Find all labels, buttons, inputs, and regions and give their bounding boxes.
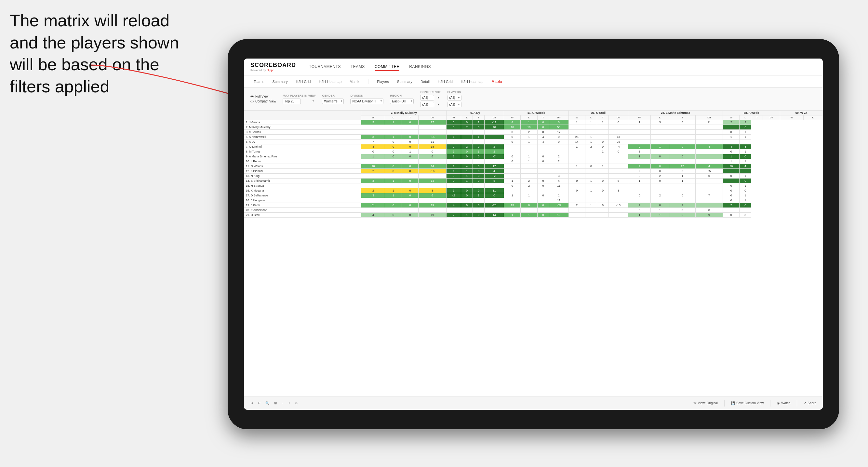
max-players-filter: Max players in view Top 25 Top 10 Top 50 — [283, 94, 315, 104]
cell — [361, 125, 385, 130]
cell — [695, 154, 723, 159]
redo-button[interactable]: ↻ — [258, 401, 260, 405]
nav-tournaments[interactable]: TOURNAMENTS — [309, 63, 341, 71]
player-name: 15. H Stranda — [244, 183, 361, 188]
division-select-wrapper[interactable]: NCAA Division II NCAA Division I NCAA Di… — [350, 98, 383, 104]
share-button[interactable]: ↗ Share — [804, 401, 816, 405]
nav-teams[interactable]: TEAMS — [350, 63, 365, 71]
region-select[interactable]: East - DII West - DII South - DII — [390, 98, 414, 104]
cell: 3 — [740, 145, 751, 149]
conference-select2[interactable]: (All) — [420, 102, 434, 107]
cell: 0 — [461, 188, 473, 193]
cell: 0 — [740, 203, 751, 208]
cell — [521, 208, 537, 213]
subnav-teams[interactable]: Teams — [250, 79, 267, 85]
cell: 7 — [461, 125, 473, 130]
players-select-wrapper2[interactable]: (All) — [447, 101, 462, 107]
cell: 0 — [740, 154, 751, 159]
cell — [461, 208, 473, 213]
cell — [473, 183, 485, 188]
view-original-button[interactable]: 👁 View: Original — [693, 401, 718, 405]
cell: 1 — [385, 193, 402, 198]
zoom-button[interactable]: 🔍 — [266, 401, 269, 405]
cell: 11 — [418, 139, 446, 145]
cell: 1 — [669, 174, 695, 179]
cell — [537, 188, 549, 193]
cell: 25 — [568, 135, 585, 139]
cell: 7 — [361, 139, 385, 145]
share-icon: ↗ — [804, 401, 806, 405]
cell — [568, 213, 585, 218]
cell: 0 — [385, 139, 402, 145]
conference-select-wrapper1[interactable]: (All) — [420, 94, 441, 100]
players-select1[interactable]: (All) — [447, 95, 462, 100]
compact-view-option[interactable]: Compact View — [250, 99, 276, 103]
subnav-summary[interactable]: Summary — [269, 79, 291, 85]
subnav-h2h-grid[interactable]: H2H Grid — [292, 79, 314, 85]
nav-rankings[interactable]: RANKINGS — [409, 63, 431, 71]
cell — [628, 125, 651, 130]
cell: 3 — [628, 149, 651, 154]
players-select-wrapper1[interactable]: (All) — [447, 94, 462, 100]
main-content[interactable]: 2. M Kelly Mulcahy 6. A Dy 11. G Woods 2… — [244, 110, 823, 396]
plus-button[interactable]: + — [288, 401, 290, 405]
cell: 0 — [669, 120, 695, 125]
player-name: 11. G Woods — [244, 164, 361, 169]
subnav-players-matrix[interactable]: Matrix — [489, 79, 505, 85]
cell — [669, 125, 695, 130]
cell: 1 — [385, 188, 402, 193]
subnav-players-h2h-heatmap[interactable]: H2H Heatmap — [458, 79, 487, 85]
cell: 13 — [504, 203, 521, 208]
nav-items: TOURNAMENTS TEAMS COMMITTEE RANKINGS — [309, 63, 431, 71]
full-view-option[interactable]: Full View — [250, 95, 276, 98]
cell: 1 — [521, 213, 537, 218]
refresh-button[interactable]: ⟳ — [295, 401, 298, 405]
cell — [504, 198, 521, 203]
subnav-players[interactable]: Players — [374, 79, 392, 85]
max-players-select-wrapper[interactable]: Top 25 Top 10 Top 50 — [283, 98, 315, 104]
subcol-ad-dif: Dif — [485, 116, 504, 120]
cell: 0 — [537, 213, 549, 218]
subnav-players-h2h-grid[interactable]: H2H Grid — [434, 79, 456, 85]
cell — [461, 135, 473, 139]
nav-committee[interactable]: COMMITTEE — [375, 63, 400, 71]
cell: 1 — [446, 169, 461, 174]
player-name: 18. J Hodgson — [244, 198, 361, 203]
division-select[interactable]: NCAA Division II NCAA Division I NCAA Di… — [350, 98, 383, 104]
cell: 2 — [485, 145, 504, 149]
gender-select-wrapper[interactable]: Women's Men's — [322, 98, 344, 104]
minus-button[interactable]: − — [282, 401, 284, 405]
cell — [361, 198, 385, 203]
compact-view-radio[interactable] — [250, 100, 254, 103]
player-name: 8. M Torres — [244, 149, 361, 154]
cell — [651, 183, 669, 188]
players-select2[interactable]: (All) — [447, 102, 462, 107]
watch-button[interactable]: ◉ Watch — [777, 401, 790, 405]
cell: 1 — [597, 120, 609, 125]
undo-button[interactable]: ↺ — [250, 401, 253, 405]
conference-select-wrapper2[interactable]: (All) — [420, 101, 441, 107]
save-custom-button[interactable]: 💾 Save Custom View — [731, 401, 764, 405]
cell: 0 — [504, 130, 521, 135]
subcol-aw-dif: Dif — [763, 116, 780, 120]
subnav-h2h-heatmap[interactable]: H2H Heatmap — [315, 79, 345, 85]
subcol-os-l: L — [585, 116, 597, 120]
cell: 2 — [446, 145, 461, 149]
full-view-radio[interactable] — [250, 95, 254, 98]
region-select-wrapper[interactable]: East - DII West - DII South - DII — [390, 98, 414, 104]
cell: 0 — [651, 164, 669, 169]
table-row: 15. H Stranda 0 2 0 11 — [244, 183, 823, 188]
max-players-select[interactable]: Top 25 Top 10 Top 50 — [283, 98, 301, 104]
cell — [651, 139, 669, 145]
divider — [724, 400, 724, 406]
cell: 1 — [521, 139, 537, 145]
subnav-players-summary[interactable]: Summary — [394, 79, 415, 85]
conference-select1[interactable]: (All) — [420, 95, 434, 100]
cell — [669, 198, 695, 203]
subnav-detail[interactable]: Detail — [417, 79, 433, 85]
table-row: 7. O Mitchell 3 0 0 18 2 2 0 2 1 — [244, 145, 823, 149]
gender-select[interactable]: Women's Men's — [322, 98, 344, 104]
subnav-matrix[interactable]: Matrix — [346, 79, 363, 85]
grid-button[interactable]: ⊞ — [274, 401, 277, 405]
cell — [521, 169, 537, 174]
